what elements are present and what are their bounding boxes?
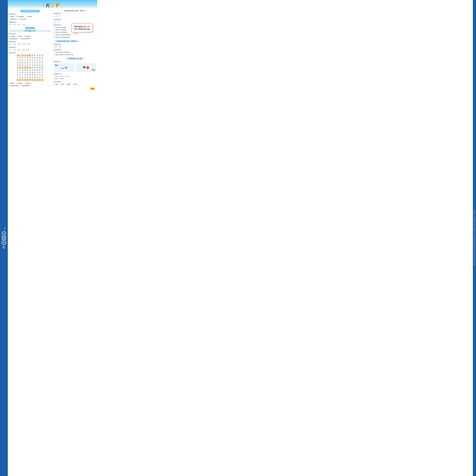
ws-cell: L <box>24 59 26 62</box>
ws-cell: H <box>21 59 24 62</box>
ws-cell: N <box>41 62 44 64</box>
gs-ex2-a1: 1. a <box>9 23 11 26</box>
ws-cell: G <box>21 76 24 79</box>
u1-ex2-content: 1. A 2. B 3. A 4. B 5. B <box>9 43 51 45</box>
ws-cell: H <box>26 71 29 74</box>
ws-cell: T <box>26 57 29 59</box>
apple-icon: 🍎 <box>86 66 89 69</box>
gs-ex1-a2: 2. Goodbye! <box>16 15 24 18</box>
gs-ex1-a3: 3. Listen! <box>26 15 32 18</box>
lup1-ex3-a5: 5. This is my grandfather. <box>54 36 96 38</box>
phonics-ex2-row2: 4. B b 5. B b <box>54 78 96 80</box>
ws-cell: H <box>19 62 21 64</box>
ws-cell: E <box>26 54 29 57</box>
page-number-container: 67 <box>54 87 96 91</box>
ws-cell: D <box>34 57 36 59</box>
lup1-ex2-a2: 2. ... <box>58 21 61 23</box>
phonics-ex2-row1: 1. B b 2. A a 3. A a <box>54 75 96 78</box>
ws-cell: A <box>39 74 41 76</box>
gs-ex2-content: 1. a 2. c 3. e 4. d <box>9 23 51 26</box>
ws-cell: K <box>31 76 34 79</box>
ws-cell: R <box>29 74 31 76</box>
ws-cell: D <box>26 79 29 81</box>
ph-ex2-a3: 3. A a <box>65 75 69 78</box>
ws-cell: R <box>29 54 31 57</box>
phonics-title: PHONICS: Aa, Bb <box>66 57 85 60</box>
u1-ex1-a4: 4. grandfather <box>9 37 18 40</box>
ws-cell: M <box>34 67 36 69</box>
ws-cell: K <box>24 62 26 64</box>
ws-cell: O <box>19 67 21 69</box>
ws-cell: M <box>39 67 41 69</box>
ws-cell: X <box>21 57 24 59</box>
page-number-badge: 67 <box>90 87 95 90</box>
ws-cell: X <box>26 76 29 79</box>
tooltip-line1: Hệ thống <box>74 25 83 28</box>
big-circle-icon <box>1 240 6 245</box>
u1-ex2-a3: 3. A <box>18 43 20 45</box>
ws-cell: N <box>21 62 24 64</box>
phonics-header: PHONICS: Aa, Bb <box>54 57 96 60</box>
ws-cell: S <box>39 71 41 74</box>
lup2-ex1-a2: 2. B <box>59 46 61 48</box>
ws-cell: R <box>36 69 39 71</box>
bb-label: Bb <box>92 68 95 71</box>
ws-cell: T <box>24 54 26 57</box>
u1-ex4-a5: 5. grandfather <box>21 85 30 87</box>
ws-cell: V <box>19 59 21 62</box>
ws-cell: E <box>34 62 36 64</box>
ph-ex2-a5: 5. B b <box>60 78 64 80</box>
lup2-ex1-row: 1. B 2. B <box>54 46 96 48</box>
phonics-ex1-label: Exercise 1 <box>54 61 96 63</box>
ws-cell: A <box>41 59 44 62</box>
u1-ex2-row: 1. A 2. B 3. A 4. B 5. B <box>9 43 51 45</box>
u1-ex2-a1: 1. A <box>9 43 11 45</box>
lup1-ex2-label: Exercise 2 <box>54 18 96 20</box>
boy-icon: 👦 <box>83 66 86 69</box>
ph-ex2-a2: 2. A a <box>60 75 63 78</box>
ws-cell: S <box>24 74 26 76</box>
phonics-ex3-row: 1. ball 2. boy 3. apple 4. bee <box>54 83 96 85</box>
ws-cell: T <box>17 59 19 62</box>
ws-cell: D <box>19 57 21 59</box>
gs-ex1-row1: 1. Hello! 2. Goodbye! 3. Listen! <box>9 15 51 18</box>
tooltip-highlight: đáp án <box>83 25 90 28</box>
lup1-ex2-content: 1. c 2. ... <box>54 21 96 23</box>
ws-cell: S <box>21 54 24 57</box>
key-heading: ★ KEY ★ <box>10 2 95 9</box>
circle-icon <box>2 231 6 236</box>
ws-cell: O <box>21 64 24 67</box>
ws-cell: B <box>24 69 26 71</box>
lup1-ex1-row: 1. ✗ 2. ... <box>54 15 96 18</box>
ws-cell: C <box>24 76 26 79</box>
ws-cell: T <box>21 67 24 69</box>
vocab-header: VOCABULARY <box>9 30 51 32</box>
ws-cell: A <box>29 69 31 71</box>
ph-ex2-a1: 1. B b <box>54 75 58 78</box>
ws-cell: Z <box>39 76 41 79</box>
lup1-ex1-a2: 2. ... <box>59 15 62 18</box>
ws-cell: X <box>17 69 19 71</box>
ws-cell: K <box>39 69 41 71</box>
main-content: ★ KEY ★ GETTING STARTED Exercise 1 1. He… <box>8 0 97 476</box>
lup2-ex2-a2: 2. Anna: Nice to meet you, too. <box>54 53 96 56</box>
ph-ex3-a4: 4. bee <box>73 83 77 85</box>
gs-ex1-row2: 4. Stand up! 5. Sit down! <box>9 18 51 20</box>
ws-cell: E <box>39 79 41 81</box>
aa-label: Aa <box>55 64 58 67</box>
gs-ex2-a4: 4. d <box>22 23 25 26</box>
u1-ex1-row1: 1. mother 2. sister 3. brother <box>9 35 51 37</box>
u1-ex2-a4: 4. B <box>22 43 25 45</box>
u1-ex4-a3: 3. brother <box>24 82 31 85</box>
gs-ex1-a5: 5. Sit down! <box>19 18 26 20</box>
ws-cell: H <box>36 79 39 81</box>
u1-ex2-a2: 2. B <box>13 43 16 45</box>
ws-cell: T <box>34 79 36 81</box>
ws-cell: I <box>19 54 21 57</box>
ws-cell: R <box>41 79 44 81</box>
u1-ex1-content: 1. mother 2. sister 3. brother 4. grandf… <box>9 35 51 40</box>
phonics-ex2-content: 1. B b 2. A a 3. A a 4. B b 5. B b <box>54 75 96 80</box>
ws-cell: T <box>29 64 31 67</box>
ws-cell: O <box>17 62 19 64</box>
ws-cell: T <box>36 62 39 64</box>
